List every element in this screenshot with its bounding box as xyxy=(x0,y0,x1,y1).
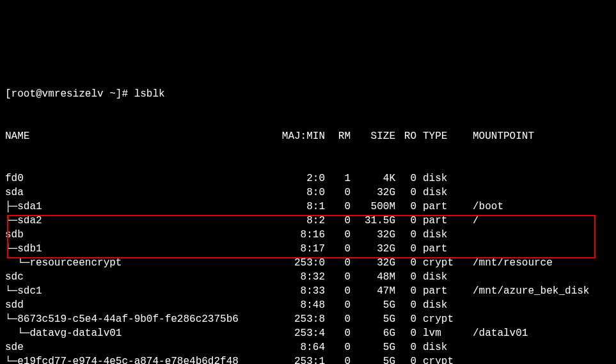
cell-ro: 0 xyxy=(395,186,416,200)
table-row: └─sda28:2031.5G0part/ xyxy=(5,214,611,228)
cell-rm: 0 xyxy=(325,200,351,214)
table-row: sdb8:16032G0disk xyxy=(5,228,611,242)
cell-name: └─e19fcd77-e974-4e5c-a874-e78e4b6d2f48 xyxy=(5,354,280,364)
cell-rm: 1 xyxy=(325,171,351,186)
cell-ro: 0 xyxy=(395,256,416,270)
cell-majmin: 2:0 xyxy=(280,171,325,186)
cell-type: part xyxy=(416,242,461,256)
cell-type: disk xyxy=(416,171,461,186)
cell-size: 48M xyxy=(351,270,395,284)
cell-majmin: 8:33 xyxy=(280,284,325,298)
table-row: fd02:014K0disk xyxy=(5,171,611,186)
table-row: └─resourceencrypt253:0032G0crypt/mnt/res… xyxy=(5,256,611,270)
cell-majmin: 253:0 xyxy=(280,256,325,270)
cell-rm: 0 xyxy=(325,228,351,242)
cell-rm: 0 xyxy=(325,270,351,284)
cell-name: sdd xyxy=(5,298,280,312)
cell-mount xyxy=(461,298,473,312)
cell-name: sdc xyxy=(5,270,280,284)
header-majmin: MAJ:MIN xyxy=(280,129,325,143)
table-row: sde8:6405G0disk xyxy=(5,340,611,354)
header-name: NAME xyxy=(5,129,280,143)
cell-majmin: 8:0 xyxy=(280,186,325,200)
header-line: NAMEMAJ:MINRMSIZEROTYPEMOUNTPOINT xyxy=(5,129,611,143)
cell-mount: /boot xyxy=(461,200,503,214)
table-row: sda8:0032G0disk xyxy=(5,186,611,200)
cell-size: 32G xyxy=(351,228,395,242)
cell-majmin: 8:1 xyxy=(280,200,325,214)
cell-type: part xyxy=(416,284,461,298)
cell-mount: /mnt/resource xyxy=(461,256,553,270)
cell-size: 31.5G xyxy=(351,214,395,228)
cell-type: lvm xyxy=(416,326,461,340)
cell-rm: 0 xyxy=(325,214,351,228)
cell-mount xyxy=(461,270,473,284)
cell-size: 5G xyxy=(351,354,395,364)
cell-majmin: 8:48 xyxy=(280,298,325,312)
cell-type: disk xyxy=(416,270,461,284)
cell-majmin: 8:16 xyxy=(280,228,325,242)
table-row: └─8673c519-c5e4-44af-9b0f-fe286c2375b625… xyxy=(5,312,611,326)
header-size: SIZE xyxy=(351,129,395,143)
cell-ro: 0 xyxy=(395,270,416,284)
cell-mount xyxy=(461,354,473,364)
cell-name: sdb xyxy=(5,228,280,242)
cell-ro: 0 xyxy=(395,284,416,298)
cell-name: sde xyxy=(5,340,280,354)
cell-mount: /mnt/azure_bek_disk xyxy=(461,284,589,298)
cell-majmin: 8:32 xyxy=(280,270,325,284)
cell-rm: 0 xyxy=(325,354,351,364)
cell-type: disk xyxy=(416,228,461,242)
cell-rm: 0 xyxy=(325,326,351,340)
cell-rm: 0 xyxy=(325,340,351,354)
cell-type: crypt xyxy=(416,312,461,326)
cell-type: disk xyxy=(416,186,461,200)
cell-rm: 0 xyxy=(325,298,351,312)
cell-ro: 0 xyxy=(395,200,416,214)
cell-ro: 0 xyxy=(395,214,416,228)
table-row: └─datavg-datalv01253:406G0lvm/datalv01 xyxy=(5,326,611,340)
cell-majmin: 253:1 xyxy=(280,354,325,364)
cell-size: 32G xyxy=(351,186,395,200)
cell-name: └─sda2 xyxy=(5,214,280,228)
cell-ro: 0 xyxy=(395,326,416,340)
header-rm: RM xyxy=(325,129,351,143)
cell-ro: 0 xyxy=(395,354,416,364)
cell-type: crypt xyxy=(416,354,461,364)
cell-name: └─sdb1 xyxy=(5,242,280,256)
cell-rm: 0 xyxy=(325,186,351,200)
cell-ro: 0 xyxy=(395,242,416,256)
cell-majmin: 8:17 xyxy=(280,242,325,256)
table-row: └─e19fcd77-e974-4e5c-a874-e78e4b6d2f4825… xyxy=(5,354,611,364)
cell-majmin: 253:8 xyxy=(280,312,325,326)
cell-type: disk xyxy=(416,340,461,354)
cell-rm: 0 xyxy=(325,284,351,298)
prompt-text: [root@vmresizelv ~]# lsblk xyxy=(5,87,165,101)
cell-name: sda xyxy=(5,186,280,200)
table-row: sdc8:32048M0disk xyxy=(5,270,611,284)
cell-size: 5G xyxy=(351,340,395,354)
cell-mount: / xyxy=(461,214,479,228)
cell-rm: 0 xyxy=(325,312,351,326)
cell-type: disk xyxy=(416,298,461,312)
cell-size: 47M xyxy=(351,284,395,298)
cell-name: fd0 xyxy=(5,171,280,186)
cell-mount xyxy=(461,171,473,186)
cell-size: 500M xyxy=(351,200,395,214)
cell-name: └─8673c519-c5e4-44af-9b0f-fe286c2375b6 xyxy=(5,312,280,326)
cell-rm: 0 xyxy=(325,242,351,256)
cell-mount xyxy=(461,186,473,200)
cell-size: 5G xyxy=(351,312,395,326)
cell-type: part xyxy=(416,200,461,214)
cell-size: 4K xyxy=(351,171,395,186)
cell-type: crypt xyxy=(416,256,461,270)
prompt-line: [root@vmresizelv ~]# lsblk xyxy=(5,87,611,101)
header-ro: RO xyxy=(395,129,416,143)
cell-mount xyxy=(461,312,473,326)
cell-size: 5G xyxy=(351,298,395,312)
cell-majmin: 8:2 xyxy=(280,214,325,228)
cell-mount xyxy=(461,340,473,354)
cell-ro: 0 xyxy=(395,171,416,186)
cell-mount xyxy=(461,242,473,256)
cell-ro: 0 xyxy=(395,298,416,312)
